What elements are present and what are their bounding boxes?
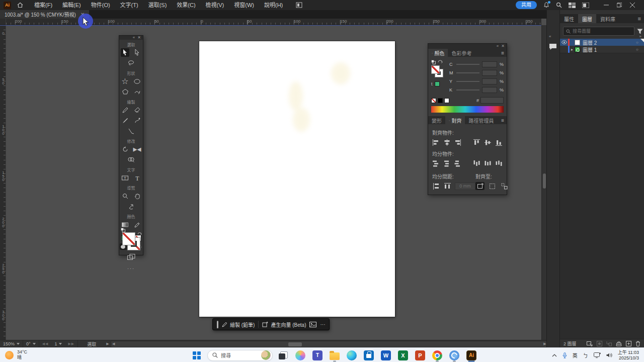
status-expand-icon[interactable]: ▶ bbox=[105, 340, 110, 347]
selection-tool[interactable] bbox=[121, 48, 129, 57]
start-button[interactable] bbox=[190, 349, 203, 362]
tab-align[interactable]: ◦對齊 bbox=[445, 116, 465, 124]
menu-item[interactable]: 物件(O) bbox=[86, 0, 115, 10]
last-color-icon[interactable]: t bbox=[431, 81, 433, 86]
hex-value-input[interactable] bbox=[480, 97, 504, 104]
network-display-icon[interactable] bbox=[594, 352, 601, 358]
vertical-distribute-space-button[interactable] bbox=[432, 182, 441, 190]
direct-selection-tool[interactable] bbox=[133, 48, 141, 57]
none-swatch[interactable] bbox=[431, 98, 436, 103]
rotate-tool[interactable] bbox=[121, 145, 129, 153]
channel-value-input[interactable] bbox=[482, 87, 497, 93]
last-color-swatch[interactable] bbox=[435, 81, 440, 86]
tab-pathfinder[interactable]: 路徑管理員 bbox=[465, 116, 497, 124]
distribute-bottom-button[interactable] bbox=[454, 159, 462, 167]
panel-menu-icon[interactable]: ≡ bbox=[635, 14, 644, 23]
tab-color-guide[interactable]: 色彩參考 bbox=[448, 49, 475, 57]
eyedropper-tool[interactable] bbox=[133, 220, 141, 229]
locate-object-icon[interactable] bbox=[587, 341, 593, 346]
white-swatch[interactable] bbox=[444, 98, 449, 103]
task-view-button[interactable] bbox=[277, 349, 290, 362]
filter-funnel-icon[interactable] bbox=[637, 29, 643, 34]
menu-item[interactable]: 選取(S) bbox=[143, 0, 172, 10]
workspace-layout-icon[interactable] bbox=[582, 3, 589, 8]
collapse-panel-icon[interactable]: « bbox=[497, 44, 499, 48]
touch-type-tool[interactable]: T bbox=[121, 173, 129, 182]
lasso-tool[interactable] bbox=[127, 59, 135, 67]
swap-colors-icon[interactable] bbox=[438, 60, 443, 64]
collapse-dock-icon[interactable]: » bbox=[639, 34, 641, 39]
menu-item[interactable]: 編輯(E) bbox=[57, 0, 86, 10]
layers-search-input[interactable] bbox=[573, 29, 631, 34]
layer-thumbnail[interactable] bbox=[575, 47, 580, 52]
align-top-button[interactable] bbox=[473, 138, 481, 146]
zoom-level-dropdown[interactable]: 150% bbox=[0, 340, 23, 347]
spacing-value-input[interactable]: 0 mm bbox=[455, 183, 475, 190]
new-layer-icon[interactable] bbox=[626, 341, 631, 346]
line-segment-tool[interactable] bbox=[127, 127, 135, 135]
ruler-origin-corner[interactable] bbox=[0, 19, 6, 25]
drag-handle[interactable] bbox=[217, 321, 218, 328]
channel-slider[interactable] bbox=[456, 72, 479, 73]
align-to-selection-button[interactable] bbox=[488, 182, 497, 190]
ime-mode-indicator[interactable]: ㄅ bbox=[583, 351, 588, 359]
color-spectrum-bar[interactable] bbox=[431, 106, 504, 113]
distribute-vcenter-button[interactable] bbox=[443, 159, 451, 167]
ellipse-tool[interactable] bbox=[133, 77, 141, 85]
close-button[interactable] bbox=[626, 0, 639, 10]
chrome-button[interactable] bbox=[431, 349, 444, 362]
comments-icon[interactable] bbox=[549, 43, 557, 50]
clock-widget[interactable]: 上午 11:03 2025/10/3 bbox=[618, 350, 639, 361]
menu-item[interactable]: 檔案(F) bbox=[29, 0, 57, 10]
tray-chevron-up-icon[interactable] bbox=[552, 354, 557, 357]
vertical-scrollbar-thumb[interactable] bbox=[543, 173, 546, 189]
channel-slider[interactable] bbox=[456, 64, 479, 65]
default-fill-stroke-icon[interactable] bbox=[121, 228, 125, 232]
visibility-eye-icon[interactable] bbox=[560, 40, 568, 44]
image-trace-icon[interactable] bbox=[309, 322, 316, 327]
panel-menu-icon[interactable]: ≡ bbox=[499, 116, 507, 124]
black-swatch[interactable] bbox=[438, 98, 443, 103]
channel-slider[interactable] bbox=[456, 81, 479, 82]
media-app-button[interactable] bbox=[448, 349, 461, 362]
vertical-scrollbar[interactable] bbox=[541, 25, 546, 340]
hand-tool[interactable] bbox=[133, 192, 141, 200]
ruler-vertical[interactable]: 050100150200250300 bbox=[0, 25, 6, 340]
copilot-button[interactable] bbox=[294, 349, 307, 362]
shape-builder-tool[interactable] bbox=[127, 155, 135, 164]
arrange-documents-icon[interactable] bbox=[296, 2, 302, 8]
share-button[interactable]: 共用 bbox=[516, 1, 537, 9]
close-panel-icon[interactable]: ✕ bbox=[137, 36, 141, 40]
eraser-tool[interactable] bbox=[133, 106, 141, 114]
polygon-tool[interactable] bbox=[121, 87, 129, 96]
swap-fill-stroke-icon[interactable] bbox=[137, 232, 142, 237]
make-clipping-mask-icon[interactable] bbox=[597, 341, 602, 346]
workspace-grid-icon[interactable] bbox=[569, 3, 576, 8]
powerpoint-button[interactable]: P bbox=[414, 349, 427, 362]
home-icon[interactable] bbox=[17, 2, 23, 8]
ime-language-indicator[interactable]: 英 bbox=[573, 351, 578, 359]
align-right-button[interactable] bbox=[454, 138, 462, 146]
volume-icon[interactable] bbox=[606, 352, 612, 358]
panel-menu-icon[interactable]: ≡ bbox=[499, 49, 507, 57]
artboard[interactable] bbox=[199, 41, 395, 317]
layer-name[interactable]: 圖層 2 bbox=[583, 39, 636, 46]
menu-item[interactable]: 說明(H) bbox=[259, 0, 288, 10]
restore-button[interactable] bbox=[613, 0, 626, 10]
zoom-tool[interactable] bbox=[121, 192, 129, 200]
layer-name[interactable]: 圖層 1 bbox=[583, 46, 636, 53]
last-artboard-button[interactable]: ▶▶ bbox=[65, 340, 77, 347]
channel-value-input[interactable] bbox=[482, 61, 497, 67]
align-to-artboard-button[interactable] bbox=[475, 182, 485, 190]
tab-transform[interactable]: 變形 bbox=[428, 116, 445, 124]
layer-expander[interactable]: ▸ bbox=[570, 47, 575, 52]
curvature-tool[interactable] bbox=[133, 116, 141, 125]
distribute-left-button[interactable] bbox=[473, 159, 481, 167]
teams-button[interactable]: T bbox=[311, 349, 324, 362]
notifications-bell-icon[interactable] bbox=[543, 2, 549, 8]
menu-item[interactable]: 視窗(W) bbox=[229, 0, 259, 10]
type-tool[interactable]: T bbox=[133, 173, 141, 182]
channel-slider[interactable] bbox=[456, 89, 479, 90]
artboard-number-dropdown[interactable]: 1 bbox=[51, 340, 65, 347]
fill-proxy-none[interactable] bbox=[431, 65, 440, 74]
